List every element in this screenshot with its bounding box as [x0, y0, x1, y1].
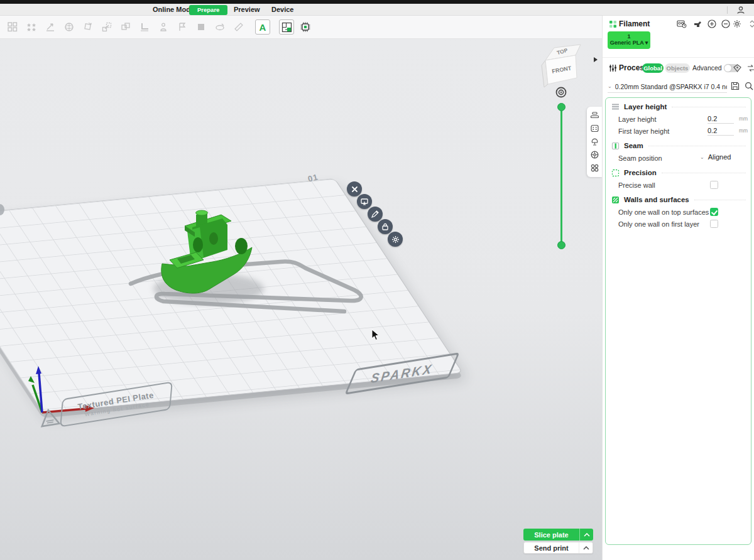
section-walls-surfaces: Walls and surfaces — [606, 193, 751, 206]
process-header: Process Global Objects Advanced — [603, 62, 754, 75]
section-seam: Seam — [606, 139, 751, 152]
ams-sync-icon[interactable] — [677, 19, 687, 28]
filament-header: Filament — [603, 18, 754, 30]
arrange-icon[interactable] — [24, 19, 39, 35]
color-paint-icon[interactable] — [194, 19, 209, 35]
delete-plate-button[interactable] — [347, 181, 362, 197]
collapse-icon[interactable] — [747, 19, 754, 28]
calibration-icon[interactable] — [298, 19, 313, 35]
remove-icon[interactable] — [721, 19, 731, 28]
chevron-down-icon: ⌄ — [700, 154, 704, 160]
panel-divider — [603, 57, 754, 58]
seam-icon — [611, 141, 620, 150]
measure-icon[interactable] — [231, 19, 246, 35]
panel-collapse-arrow[interactable] — [594, 57, 598, 62]
section-layer-height: Layer height — [606, 100, 751, 113]
process-settings-list: Layer height Layer height mm First layer… — [605, 97, 751, 545]
layer-height-icon — [611, 102, 620, 111]
flush-icon[interactable] — [692, 19, 702, 28]
send-options-chevron[interactable] — [579, 542, 593, 553]
lamp-icon[interactable] — [589, 136, 599, 146]
mouse-cursor — [371, 329, 380, 343]
walls-icon — [611, 195, 620, 204]
tabbar-divider — [727, 6, 728, 14]
layers-icon[interactable] — [589, 110, 599, 120]
target-icon[interactable] — [555, 86, 567, 101]
sliders-icon — [608, 63, 618, 72]
layer-height-input[interactable] — [708, 114, 734, 124]
sweep-icon[interactable] — [212, 19, 227, 35]
plates-icon[interactable] — [5, 19, 20, 35]
rename-plate-button[interactable] — [368, 207, 383, 222]
scale-icon[interactable] — [99, 19, 114, 35]
assembly-icon[interactable] — [279, 19, 294, 35]
plate-icon[interactable] — [589, 123, 599, 133]
filament-grid-icon — [608, 19, 618, 28]
search-icon[interactable] — [744, 81, 754, 91]
plate-settings-button[interactable] — [388, 232, 403, 247]
advanced-label: Advanced — [692, 64, 722, 72]
text-tool-icon[interactable]: A — [255, 19, 270, 35]
warning-triangle-icon — [38, 407, 62, 431]
main-tabbar: Online Models Prepare Preview Device — [0, 4, 754, 16]
scope-objects-pill[interactable]: Objects — [665, 63, 690, 73]
slicer-window: Online Models Prepare Preview Device A — [0, 0, 754, 560]
precise-wall-checkbox[interactable] — [710, 181, 718, 189]
one-wall-top-checkbox[interactable] — [710, 208, 718, 216]
viewport-3d[interactable]: 01 Textured PEI Plate Warning hot surfac… — [0, 39, 602, 560]
precision-icon — [611, 168, 620, 177]
seam-paint-icon[interactable] — [175, 19, 190, 35]
slider-top-handle[interactable] — [557, 103, 566, 111]
param-table-icon[interactable] — [732, 63, 742, 72]
dots-icon[interactable] — [589, 163, 599, 173]
rotate-icon[interactable] — [80, 19, 96, 35]
send-print-button[interactable]: Send print — [523, 542, 593, 554]
tab-preview[interactable]: Preview — [234, 4, 260, 16]
send-plate-button[interactable] — [357, 194, 372, 209]
height-range-slider[interactable] — [560, 107, 562, 245]
save-icon[interactable] — [730, 81, 740, 91]
setting-row: Seam position ⌄ Aligned — [606, 152, 751, 164]
tab-device[interactable]: Device — [271, 4, 293, 16]
gear-icon[interactable] — [732, 19, 742, 28]
chevron-down-icon: ⌄ — [608, 83, 612, 89]
scope-global-pill[interactable]: Global — [642, 63, 664, 73]
setting-row: Layer height mm — [606, 113, 751, 125]
support-paint-icon[interactable] — [156, 19, 171, 35]
first-layer-height-input[interactable] — [708, 126, 734, 136]
settings-panel: Filament 1 Generic PLA ▾ Process Global … — [602, 16, 754, 560]
seam-position-select[interactable]: ⌄ Aligned — [700, 153, 731, 161]
lock-plate-button[interactable] — [378, 219, 393, 234]
filament-slot-card[interactable]: 1 Generic PLA ▾ — [608, 31, 650, 49]
setting-row: First layer height mm — [606, 125, 751, 137]
compare-icon[interactable] — [746, 63, 754, 72]
orient-icon[interactable] — [62, 19, 77, 35]
add-icon[interactable] — [707, 19, 717, 28]
tab-prepare[interactable]: Prepare — [189, 5, 227, 15]
section-precision: Precision — [606, 166, 751, 179]
move-icon[interactable] — [43, 19, 58, 35]
one-wall-first-layer-checkbox[interactable] — [710, 220, 718, 228]
setting-row: Precise wall — [606, 179, 751, 191]
wheel-icon[interactable] — [589, 149, 599, 159]
slice-options-chevron[interactable] — [579, 529, 593, 541]
lay-on-face-icon[interactable] — [137, 19, 152, 35]
split-icon[interactable] — [118, 19, 133, 35]
viewport-side-toolbar — [587, 107, 602, 177]
process-preset-combobox[interactable]: ⌄ 0.20mm Standard @SPARKX i7 0.4 no... — [608, 80, 727, 93]
setting-row: Only one wall on top surfaces — [606, 206, 751, 218]
slider-bottom-handle[interactable] — [557, 241, 566, 249]
slice-plate-button[interactable]: Slice plate — [523, 529, 593, 541]
setting-row: Only one wall on first layer — [606, 218, 751, 230]
edit-toolbar: A — [0, 16, 602, 39]
